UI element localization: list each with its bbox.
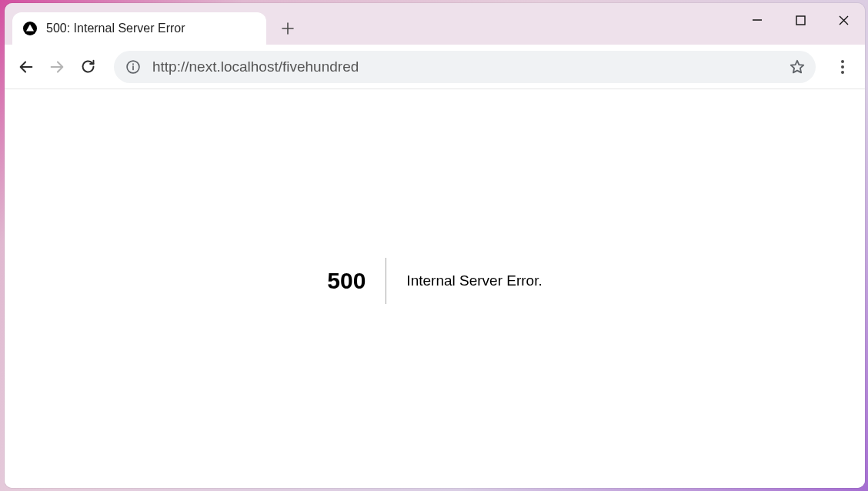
browser-tab[interactable]: 500: Internal Server Error [12, 12, 266, 45]
tab-title: 500: Internal Server Error [46, 22, 185, 35]
svg-point-8 [841, 71, 844, 74]
svg-point-4 [132, 63, 134, 65]
svg-rect-5 [132, 65, 134, 70]
new-tab-button[interactable] [274, 15, 302, 42]
minimize-button[interactable] [736, 3, 779, 37]
error-code: 500 [327, 258, 386, 304]
forward-button[interactable] [42, 52, 72, 82]
back-button[interactable] [11, 52, 42, 82]
page-content: 500 Internal Server Error. [5, 89, 865, 488]
site-info-icon[interactable] [125, 58, 142, 75]
url-text: http://next.localhost/fivehundred [152, 58, 786, 75]
error-block: 500 Internal Server Error. [327, 258, 542, 304]
browser-window: 500: Internal Server Error [5, 3, 865, 488]
maximize-button[interactable] [779, 3, 822, 37]
reload-button[interactable] [72, 52, 103, 82]
error-message: Internal Server Error. [386, 272, 542, 289]
tab-favicon [22, 20, 38, 37]
svg-rect-2 [796, 16, 805, 25]
address-bar[interactable]: http://next.localhost/fivehundred [114, 51, 816, 83]
window-controls [736, 3, 865, 37]
titlebar: 500: Internal Server Error [5, 3, 865, 45]
bookmark-star-icon[interactable] [786, 56, 808, 78]
toolbar: http://next.localhost/fivehundred [5, 45, 865, 89]
overflow-menu-button[interactable] [826, 51, 859, 83]
svg-point-7 [841, 65, 844, 68]
svg-point-6 [841, 60, 844, 63]
close-button[interactable] [822, 3, 865, 37]
